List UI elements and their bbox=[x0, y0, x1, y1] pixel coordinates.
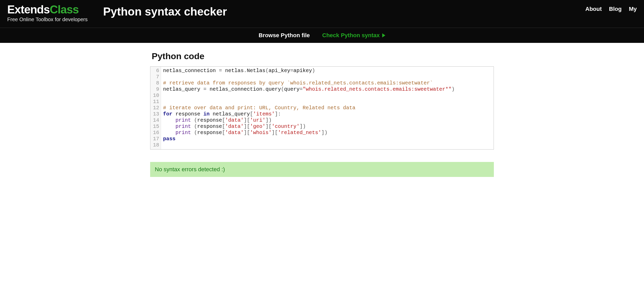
code-line[interactable]: netlas_query = netlas_connection.query(q… bbox=[163, 86, 492, 92]
action-toolbar: Browse Python file Check Python syntax bbox=[0, 28, 644, 43]
code-line[interactable]: print (response['data']['uri']) bbox=[163, 117, 492, 123]
line-number: 15 bbox=[153, 123, 159, 130]
top-nav: About Blog My bbox=[585, 6, 637, 12]
logo-part1: Extends bbox=[7, 3, 50, 16]
line-number: 12 bbox=[153, 105, 159, 111]
nav-about[interactable]: About bbox=[585, 6, 602, 12]
line-number: 11 bbox=[153, 99, 159, 105]
site-logo[interactable]: ExtendsClass bbox=[7, 3, 88, 16]
play-icon bbox=[382, 33, 385, 37]
logo-part2: Class bbox=[50, 3, 79, 16]
code-line[interactable]: for response in netlas_query['items']: bbox=[163, 111, 492, 117]
line-number: 8 bbox=[153, 80, 159, 86]
site-header: ExtendsClass Free Online Toolbox for dev… bbox=[0, 0, 644, 28]
page-title: Python syntax checker bbox=[103, 5, 227, 18]
line-number: 14 bbox=[153, 117, 159, 123]
logo-block: ExtendsClass Free Online Toolbox for dev… bbox=[7, 3, 88, 22]
code-line[interactable]: netlas_connection = netlas.Netlas(api_ke… bbox=[163, 68, 492, 74]
status-message: No syntax errors detected :) bbox=[150, 162, 494, 177]
site-tagline: Free Online Toolbox for developers bbox=[7, 17, 88, 22]
section-title: Python code bbox=[150, 51, 494, 61]
code-line[interactable]: # iterate over data and print: URL, Coun… bbox=[163, 105, 492, 111]
check-syntax-button[interactable]: Check Python syntax bbox=[322, 32, 386, 39]
code-line[interactable]: # retrieve data from responses by query … bbox=[163, 80, 492, 86]
code-editor[interactable]: 6789101112131415161718 netlas_connection… bbox=[150, 66, 494, 150]
line-number: 13 bbox=[153, 111, 159, 117]
code-line[interactable] bbox=[163, 92, 492, 99]
nav-my[interactable]: My bbox=[629, 6, 637, 12]
line-number: 9 bbox=[153, 86, 159, 92]
main-content: Python code 6789101112131415161718 netla… bbox=[150, 43, 494, 187]
code-line[interactable]: print (response['data']['geo']['country'… bbox=[163, 123, 492, 130]
line-number: 18 bbox=[153, 142, 159, 148]
nav-blog[interactable]: Blog bbox=[609, 6, 622, 12]
line-number: 10 bbox=[153, 92, 159, 99]
line-number: 6 bbox=[153, 68, 159, 74]
browse-file-button[interactable]: Browse Python file bbox=[259, 32, 310, 39]
code-line[interactable]: pass bbox=[163, 136, 492, 142]
line-number: 17 bbox=[153, 136, 159, 142]
check-syntax-label: Check Python syntax bbox=[322, 32, 380, 39]
line-number: 16 bbox=[153, 130, 159, 136]
line-number-gutter: 6789101112131415161718 bbox=[150, 67, 161, 149]
code-line[interactable]: print (response['data']['whois']['relate… bbox=[163, 130, 492, 136]
code-line[interactable] bbox=[163, 74, 492, 80]
code-line[interactable] bbox=[163, 142, 492, 148]
code-line[interactable] bbox=[163, 99, 492, 105]
line-number: 7 bbox=[153, 74, 159, 80]
code-area[interactable]: netlas_connection = netlas.Netlas(api_ke… bbox=[161, 67, 494, 149]
